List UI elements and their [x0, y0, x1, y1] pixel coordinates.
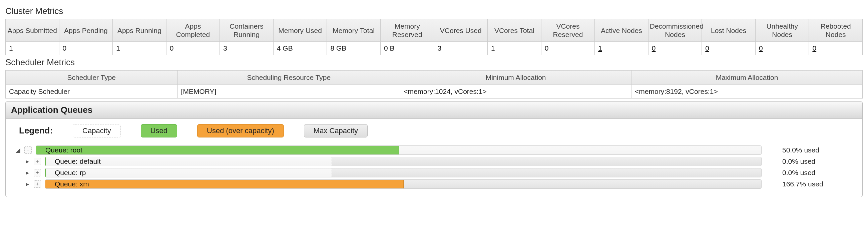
expand-icon[interactable]: +	[34, 169, 41, 177]
col-vcores-total: VCores Total	[488, 19, 541, 42]
tree-toggle-icon[interactable]: ◢	[16, 147, 20, 154]
queue-row-rp: ▸ + Queue: rp 0.0% used	[25, 168, 856, 178]
legend-label: Legend:	[19, 125, 53, 136]
col-containers-running: Containers Running	[220, 19, 274, 42]
queue-row-root: ◢ − Queue: root 50.0% used	[16, 146, 856, 155]
active-nodes-link[interactable]: 1	[598, 44, 602, 52]
cell-apps-running: 1	[113, 42, 166, 55]
col-decommissioned-nodes: Decommissioned Nodes	[648, 19, 702, 42]
tree-toggle-icon[interactable]: ▸	[25, 181, 30, 188]
cell-memory-used: 4 GB	[273, 42, 327, 55]
table-row: 1 0 1 0 3 4 GB 8 GB 0 B 3 1 0 1 0 0 0 0	[6, 42, 863, 55]
queue-tree: ◢ − Queue: root 50.0% used ▸ +	[16, 146, 856, 189]
cell-vcores-total: 1	[488, 42, 541, 55]
expand-icon[interactable]: +	[34, 158, 41, 165]
queue-used-fill	[45, 168, 46, 177]
scheduler-metrics-title: Scheduler Metrics	[5, 57, 863, 68]
queue-bar-default[interactable]: Queue: default	[45, 157, 762, 166]
queue-used-fill	[45, 180, 404, 188]
cell-memory-reserved: 0 B	[380, 42, 434, 55]
cell-rebooted-nodes[interactable]: 0	[809, 42, 863, 55]
queue-used-fill	[45, 157, 46, 166]
expand-icon[interactable]: +	[34, 181, 41, 188]
col-memory-used: Memory Used	[273, 19, 327, 42]
col-vcores-used: VCores Used	[434, 19, 488, 42]
col-apps-completed: Apps Completed	[166, 19, 220, 42]
queue-label: Queue: rp	[55, 169, 86, 177]
queue-label: Queue: xm	[55, 180, 89, 188]
col-scheduler-type: Scheduler Type	[6, 71, 178, 84]
scheduler-metrics-table: Scheduler Type Scheduling Resource Type …	[5, 70, 863, 98]
unhealthy-nodes-link[interactable]: 0	[759, 44, 763, 52]
legend: Legend: Capacity Used Used (over capacit…	[12, 124, 856, 144]
col-vcores-reserved: VCores Reserved	[541, 19, 595, 42]
legend-capacity: Capacity	[73, 124, 121, 138]
col-min-alloc: Minimum Allocation	[400, 71, 631, 84]
cluster-metrics-table: Apps Submitted Apps Pending Apps Running…	[5, 19, 863, 55]
queue-row-xm: ▸ + Queue: xm 166.7% used	[25, 180, 856, 189]
cell-max-alloc: <memory:8192, vCores:1>	[631, 84, 863, 98]
col-active-nodes: Active Nodes	[595, 19, 649, 42]
cell-containers-running: 3	[220, 42, 274, 55]
col-apps-pending: Apps Pending	[59, 19, 113, 42]
cell-unhealthy-nodes[interactable]: 0	[755, 42, 809, 55]
table-header-row: Apps Submitted Apps Pending Apps Running…	[6, 19, 863, 42]
queue-used-fill	[36, 146, 399, 154]
tree-toggle-icon[interactable]: ▸	[25, 158, 30, 165]
queue-bar-root[interactable]: Queue: root	[36, 146, 762, 155]
cell-lost-nodes[interactable]: 0	[702, 42, 755, 55]
queue-bar-rp[interactable]: Queue: rp	[45, 168, 762, 178]
cell-apps-submitted: 1	[6, 42, 59, 55]
col-lost-nodes: Lost Nodes	[702, 19, 755, 42]
col-max-alloc: Maximum Allocation	[631, 71, 863, 84]
application-queues-panel: Application Queues Legend: Capacity Used…	[5, 101, 863, 197]
cell-resource-type: [MEMORY]	[178, 84, 400, 98]
cluster-metrics-title: Cluster Metrics	[5, 6, 863, 16]
cell-decommissioned-nodes[interactable]: 0	[648, 42, 702, 55]
queue-bar-xm[interactable]: Queue: xm	[45, 180, 762, 189]
legend-used: Used	[141, 124, 177, 138]
queue-used-text: 166.7% used	[766, 180, 856, 188]
legend-max-capacity: Max Capacity	[304, 124, 368, 138]
tree-toggle-icon[interactable]: ▸	[25, 169, 30, 177]
cell-vcores-used: 3	[434, 42, 488, 55]
cell-apps-completed: 0	[166, 42, 220, 55]
col-resource-type: Scheduling Resource Type	[178, 71, 400, 84]
queue-used-text: 0.0% used	[766, 169, 856, 177]
cell-scheduler-type: Capacity Scheduler	[6, 84, 178, 98]
lost-nodes-link[interactable]: 0	[705, 44, 709, 52]
cell-memory-total: 8 GB	[327, 42, 381, 55]
col-apps-running: Apps Running	[113, 19, 166, 42]
collapse-icon[interactable]: −	[24, 147, 32, 154]
col-unhealthy-nodes: Unhealthy Nodes	[755, 19, 809, 42]
rebooted-nodes-link[interactable]: 0	[812, 44, 816, 52]
table-header-row: Scheduler Type Scheduling Resource Type …	[6, 71, 863, 84]
cell-active-nodes[interactable]: 1	[595, 42, 649, 55]
decommissioned-nodes-link[interactable]: 0	[652, 44, 656, 52]
cell-apps-pending: 0	[59, 42, 113, 55]
cell-min-alloc: <memory:1024, vCores:1>	[400, 84, 631, 98]
application-queues-header[interactable]: Application Queues	[6, 102, 862, 119]
queue-capacity-marker	[45, 168, 332, 177]
col-rebooted-nodes: Rebooted Nodes	[809, 19, 863, 42]
table-row: Capacity Scheduler [MEMORY] <memory:1024…	[6, 84, 863, 98]
col-apps-submitted: Apps Submitted	[6, 19, 59, 42]
cell-vcores-reserved: 0	[541, 42, 595, 55]
queue-row-default: ▸ + Queue: default 0.0% used	[25, 157, 856, 166]
queue-label: Queue: root	[45, 146, 83, 154]
queue-used-text: 50.0% used	[766, 146, 856, 154]
queue-label: Queue: default	[55, 157, 101, 165]
legend-used-over: Used (over capacity)	[197, 124, 284, 138]
col-memory-total: Memory Total	[327, 19, 381, 42]
queue-used-text: 0.0% used	[766, 157, 856, 165]
col-memory-reserved: Memory Reserved	[380, 19, 434, 42]
